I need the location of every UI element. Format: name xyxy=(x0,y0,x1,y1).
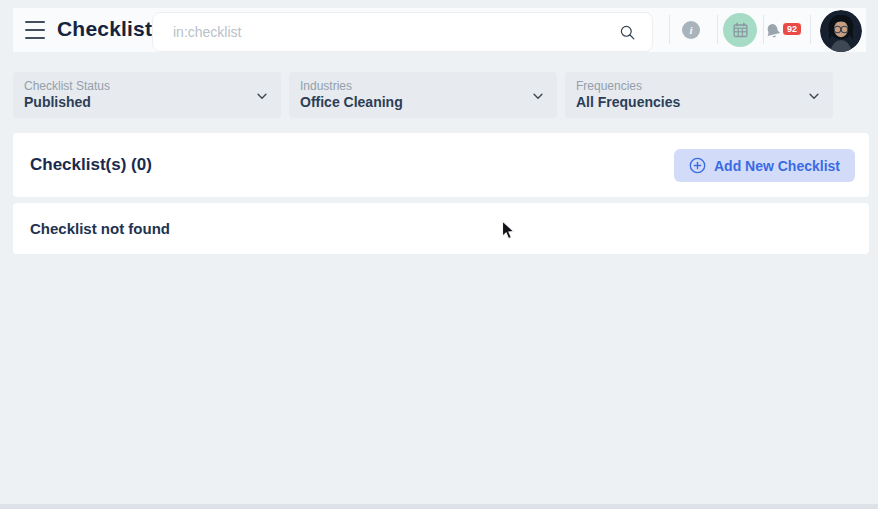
checklist-count-title: Checklist(s) (0) xyxy=(30,155,152,175)
filter-label: Industries xyxy=(300,79,545,93)
calendar-button[interactable] xyxy=(723,13,757,47)
search-icon[interactable] xyxy=(618,20,652,44)
filter-checklist-status[interactable]: Checklist Status Published xyxy=(13,72,281,118)
filter-value: Published xyxy=(24,93,269,112)
notification-count-badge: 92 xyxy=(782,22,802,36)
bottom-scrollbar-track xyxy=(0,504,878,509)
info-icon[interactable]: i xyxy=(682,21,700,39)
page-title: Checklist xyxy=(57,17,152,41)
divider xyxy=(669,15,670,44)
filter-label: Frequencies xyxy=(576,79,821,93)
chevron-down-icon xyxy=(531,89,545,107)
add-new-checklist-button[interactable]: Add New Checklist xyxy=(674,149,855,182)
topbar: Checklist i xyxy=(13,8,866,52)
filter-label: Checklist Status xyxy=(24,79,269,93)
avatar[interactable] xyxy=(820,10,862,52)
menu-icon[interactable] xyxy=(25,21,45,39)
divider xyxy=(717,15,718,44)
calendar-icon xyxy=(732,22,749,39)
divider xyxy=(810,15,811,44)
empty-state-message: Checklist not found xyxy=(30,220,170,237)
chevron-down-icon xyxy=(255,89,269,107)
checklist-header-card: Checklist(s) (0) Add New Checklist xyxy=(13,133,869,197)
search-box xyxy=(152,12,653,52)
filter-value: All Frequencies xyxy=(576,93,821,112)
add-new-checklist-label: Add New Checklist xyxy=(714,158,840,174)
search-input[interactable] xyxy=(153,13,618,51)
empty-state-card: Checklist not found xyxy=(13,203,869,254)
plus-circle-icon xyxy=(689,157,706,174)
chevron-down-icon xyxy=(807,89,821,107)
filter-frequencies[interactable]: Frequencies All Frequencies xyxy=(565,72,833,118)
filter-industries[interactable]: Industries Office Cleaning xyxy=(289,72,557,118)
filter-value: Office Cleaning xyxy=(300,93,545,112)
